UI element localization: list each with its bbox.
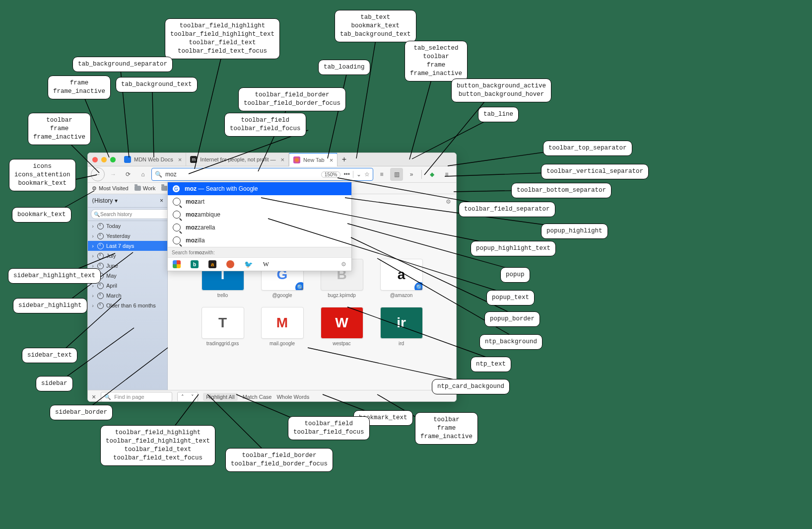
find-highlight-all[interactable]: Highlight All xyxy=(203,393,237,401)
callout: toolbar_field_separator xyxy=(459,202,555,217)
close-tab-icon[interactable]: × xyxy=(281,156,285,163)
sidebar-item-label: July xyxy=(106,253,116,259)
clock-icon xyxy=(97,253,104,259)
wikipedia-icon[interactable]: W xyxy=(262,260,270,268)
search-icon: 🔍 xyxy=(104,394,111,400)
tab-mozilla[interactable]: m Internet for people, not profit — × xyxy=(186,153,289,166)
zoom-window-icon[interactable] xyxy=(110,157,116,162)
sidebar-item-label: June xyxy=(106,263,118,269)
clock-icon xyxy=(97,283,104,289)
find-close-icon[interactable]: × xyxy=(92,393,96,401)
reload-button[interactable]: ⟳ xyxy=(122,168,135,181)
bing-icon[interactable]: b xyxy=(191,260,199,268)
sidebar-item[interactable]: ›April xyxy=(88,281,167,291)
google-icon[interactable] xyxy=(173,260,181,268)
sidebar-item[interactable]: ›Today xyxy=(88,221,167,231)
find-input[interactable]: 🔍 Find in page xyxy=(101,392,172,402)
top-site-tile[interactable]: irird xyxy=(378,307,425,346)
find-bar: × 🔍 Find in page ˄ ˅ Highlight All Match… xyxy=(88,390,456,402)
extension-icon[interactable]: ◆ xyxy=(425,168,438,181)
close-window-icon[interactable] xyxy=(92,157,98,162)
sidebar-item[interactable]: ›June xyxy=(88,261,167,271)
zoom-badge[interactable]: 150% xyxy=(321,171,341,178)
sidebar-search: 🔍 View ▾ xyxy=(88,208,167,221)
sidebar-item-label: Yesterday xyxy=(106,233,131,239)
pocket-icon[interactable]: ⌄ xyxy=(356,171,361,178)
popup-row[interactable]: mozilla xyxy=(168,234,351,247)
tile-label: @amazon xyxy=(390,293,413,298)
tab-newtab[interactable]: New Tab × xyxy=(289,152,338,166)
forward-button[interactable]: → xyxy=(107,168,120,181)
back-button[interactable]: ← xyxy=(91,167,105,181)
popup-row-text: mozambique xyxy=(186,211,220,218)
sidebar-item[interactable]: ›Older than 6 months xyxy=(88,301,167,310)
sidebar-item-label: Today xyxy=(106,223,121,229)
callout: toolbar_vertical_separator xyxy=(541,164,649,179)
find-prev-button[interactable]: ˄ xyxy=(178,392,188,401)
sidebar-close-icon[interactable]: × xyxy=(160,197,163,204)
clock-icon xyxy=(97,223,104,229)
popup-row-highlight[interactable]: G moz — Search with Google xyxy=(168,182,351,195)
tab-label: New Tab xyxy=(303,157,325,163)
twitter-icon[interactable]: 🐦 xyxy=(244,260,252,268)
find-match-case[interactable]: Match Case xyxy=(243,394,272,400)
search-icon xyxy=(173,224,181,231)
sidebar-toggle-icon[interactable]: ▥ xyxy=(390,168,403,181)
popup-row[interactable]: mozzarella xyxy=(168,221,351,234)
tab-mdn[interactable]: MDN Web Docs × xyxy=(120,153,186,166)
callout: frame frame_inactive xyxy=(48,76,111,99)
callout: popup_text xyxy=(486,290,535,305)
new-tab-button[interactable]: + xyxy=(338,153,350,166)
callout: toolbar_field_border toolbar_field_borde… xyxy=(238,87,346,111)
star-icon[interactable]: ☆ xyxy=(364,171,370,178)
favicon-icon xyxy=(124,156,131,163)
popup-row[interactable]: mozambique xyxy=(168,208,351,221)
bookmark-most-visited[interactable]: ⚙ Most Visited xyxy=(92,185,129,192)
nav-toolbar: ← → ⟳ ⌂ 🔍 moz 150% ••• ⌄ ☆ ≡ ▥ » ◆ ≡ xyxy=(88,166,456,183)
ntp-gear-icon[interactable]: ⚙ xyxy=(446,198,451,205)
search-icon: 🔍 xyxy=(94,212,100,217)
sidebar-header: ⟨History ▾ × xyxy=(88,194,167,208)
close-tab-icon[interactable]: × xyxy=(330,156,334,164)
minimize-window-icon[interactable] xyxy=(101,157,107,162)
sidebar-item[interactable]: ›Yesterday xyxy=(88,231,167,241)
amazon-icon[interactable]: a xyxy=(208,260,216,268)
sidebar-item[interactable]: ›July xyxy=(88,251,167,261)
sidebar-item[interactable]: ›Last 7 days xyxy=(88,241,167,251)
sidebar-search-input[interactable] xyxy=(91,209,173,219)
callout: popup_highlight_text xyxy=(471,241,556,256)
top-site-tile[interactable]: Wwestpac xyxy=(318,307,366,346)
sidebar-item[interactable]: ›March xyxy=(88,291,167,301)
top-site-tile[interactable]: Mmail.google xyxy=(259,307,306,346)
callout: sidebar_border xyxy=(50,405,113,420)
callout: tab_background_text xyxy=(116,77,198,92)
top-site-tile[interactable]: Ttradinggrid.gxs xyxy=(199,307,247,346)
callout: toolbar_field toolbar_field_focus xyxy=(288,416,370,440)
bookmark-work[interactable]: Work xyxy=(135,185,155,191)
field-separator xyxy=(353,171,353,178)
find-whole-words[interactable]: Whole Words xyxy=(276,394,309,400)
top-site-tile[interactable]: a🔍@amazon xyxy=(378,259,425,298)
popup-row-text: mozart xyxy=(186,198,204,205)
clock-icon xyxy=(97,243,104,249)
tile-thumb: ir xyxy=(380,307,423,339)
search-lens-icon: 🔍 xyxy=(295,282,304,291)
overflow-icon[interactable]: » xyxy=(405,168,418,181)
callout: ntp_text xyxy=(471,357,511,372)
duckduckgo-icon[interactable] xyxy=(226,260,234,268)
find-next-button[interactable]: ˅ xyxy=(188,392,198,401)
tile-label: @google xyxy=(272,293,292,298)
menu-icon[interactable]: ≡ xyxy=(440,168,453,181)
callout: toolbar_field_highlight toolbar_field_hi… xyxy=(100,425,215,466)
close-tab-icon[interactable]: × xyxy=(178,156,182,163)
popup-settings-icon[interactable]: ⚙ xyxy=(341,261,346,268)
url-bar[interactable]: 🔍 moz 150% ••• ⌄ ☆ xyxy=(151,168,373,181)
callout: popup_highlight xyxy=(541,224,608,239)
page-action-icon[interactable]: ••• xyxy=(343,171,350,178)
clock-icon xyxy=(97,263,104,269)
tile-thumb: T xyxy=(202,307,244,339)
popup-row[interactable]: mozart xyxy=(168,195,351,208)
library-icon[interactable]: ≡ xyxy=(375,168,388,181)
sidebar-title[interactable]: History xyxy=(94,197,113,204)
home-button[interactable]: ⌂ xyxy=(136,168,149,181)
